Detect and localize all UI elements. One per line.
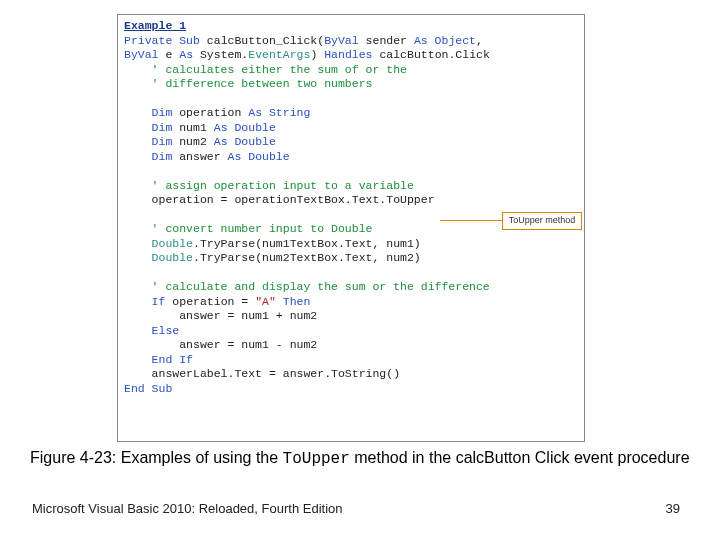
toupper-callout-label: ToUpper method (502, 212, 582, 230)
book-title-footer: Microsoft Visual Basic 2010: Reloaded, F… (32, 501, 342, 516)
figure-caption: Figure 4-23: Examples of using the ToUpp… (30, 448, 690, 469)
caption-mono: ToUpper (283, 450, 350, 468)
example-title: Example 1 (124, 19, 186, 32)
code-block: Example 1 Private Sub calcButton_Click(B… (124, 19, 578, 396)
caption-post: method in the calcButton Click event pro… (350, 449, 690, 466)
toupper-assignment-line: operation = operationTextBox.Text.ToUppe… (124, 193, 435, 206)
callout-connector-line (440, 220, 502, 221)
caption-pre: Figure 4-23: Examples of using the (30, 449, 283, 466)
page-number: 39 (666, 501, 680, 516)
